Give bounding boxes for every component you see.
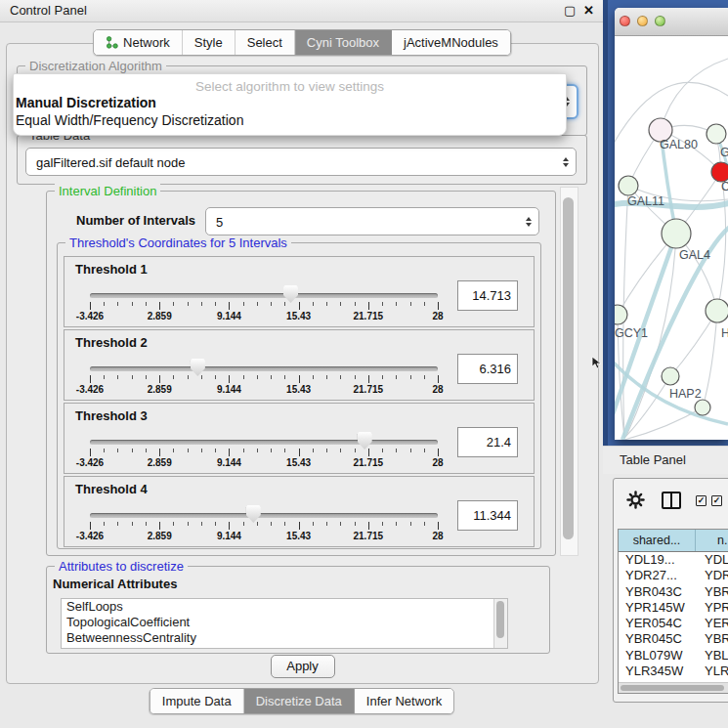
slider[interactable]: -3.4262.8599.14415.4321.71528 xyxy=(90,404,438,473)
tick-label: 9.144 xyxy=(217,531,241,541)
tick-label: -3.426 xyxy=(76,311,104,321)
attributes-group: Attributes to discretize Numerical Attri… xyxy=(46,566,550,654)
network-canvas[interactable]: GAL80GGAL11CGAL4GCY1HHAP2 xyxy=(615,35,728,440)
cell-shared-name: YLR345W xyxy=(619,664,696,679)
threshold-value-field[interactable]: 6.316 xyxy=(457,354,518,384)
slider-track[interactable] xyxy=(90,513,438,518)
tab-label: Infer Network xyxy=(366,689,442,713)
table-data-group: Table Data galFiltered.sif default node xyxy=(17,135,587,185)
cell-name: YER054C xyxy=(696,616,728,631)
network-node[interactable] xyxy=(662,367,679,385)
tick-label: 28 xyxy=(432,531,443,541)
tab-jactivemnodules[interactable]: jActiveMNodules xyxy=(392,30,510,55)
list-scrollbar[interactable] xyxy=(493,599,507,648)
network-node[interactable] xyxy=(615,305,627,324)
table-row[interactable]: YBR043CYBR043C xyxy=(619,584,728,600)
close-traffic-light[interactable] xyxy=(620,16,630,26)
slider[interactable]: -3.4262.8599.14415.4321.71528 xyxy=(90,477,438,546)
scrollbar-thumb[interactable] xyxy=(621,685,724,691)
scrollbar-thumb[interactable] xyxy=(496,601,504,638)
tick-label: 21.715 xyxy=(354,384,384,395)
table-row[interactable]: YER054CYER054C xyxy=(619,616,728,631)
numerical-attributes-list[interactable]: SelfLoopsTopologicalCoefficientBetweenne… xyxy=(61,598,508,649)
tick-label: 15.43 xyxy=(286,384,311,395)
tab-network[interactable]: Network xyxy=(94,30,183,55)
threshold-value-field[interactable]: 11.344 xyxy=(457,500,518,531)
network-desktop-background: GAL80GGAL11CGAL4GCY1HHAP2 xyxy=(603,0,728,446)
slider[interactable]: -3.4262.8599.14415.4321.71528 xyxy=(90,330,438,400)
cell-shared-name: YER054C xyxy=(619,616,696,631)
cell-name: YPR145W xyxy=(696,600,728,616)
number-of-intervals-combobox[interactable]: 5 xyxy=(205,207,539,236)
close-panel-icon[interactable]: ✕ xyxy=(583,3,594,18)
table-row[interactable]: YBL079WYBL079W xyxy=(619,648,728,664)
threshold-rows: Threshold 1-3.4262.8599.14415.4321.71528… xyxy=(64,256,535,549)
vertical-scrollbar[interactable] xyxy=(560,187,578,556)
node-label: G xyxy=(720,146,728,159)
tab-cyni-toolbox[interactable]: Cyni Toolbox xyxy=(295,30,392,55)
combo-stepper-icon xyxy=(526,217,532,227)
slider-track[interactable] xyxy=(90,293,438,298)
tick-label: 9.144 xyxy=(217,311,241,321)
tab-infer-network[interactable]: Infer Network xyxy=(355,689,453,713)
slider-ticks xyxy=(90,449,438,457)
tick-label: 9.144 xyxy=(217,457,241,468)
cell-shared-name: YPR145W xyxy=(619,600,696,616)
network-node[interactable] xyxy=(707,124,726,144)
slider-handle[interactable] xyxy=(283,285,298,303)
scrollbar-thumb[interactable] xyxy=(563,197,574,539)
table-row[interactable]: YDR27...YDR27... xyxy=(619,568,728,583)
tab-label: Select xyxy=(247,30,282,55)
tab-impute-data[interactable]: Impute Data xyxy=(150,689,244,713)
apply-button[interactable]: Apply xyxy=(271,655,335,678)
network-node[interactable] xyxy=(619,176,638,195)
slider-ticks xyxy=(90,302,438,311)
network-node[interactable] xyxy=(706,299,728,322)
cell-name: YBR043C xyxy=(696,584,728,600)
slider-tick-labels: -3.4262.8599.14415.4321.71528 xyxy=(90,457,438,469)
slider-handle[interactable] xyxy=(246,505,261,523)
tick-label: 2.859 xyxy=(148,384,172,395)
control-panel-titlebar: Control Panel ▢ ✕ xyxy=(0,0,604,22)
attribute-item-betweennesscentrality[interactable]: BetweennessCentrality xyxy=(62,630,507,646)
tick-label: 21.715 xyxy=(354,531,384,541)
slider-handle[interactable] xyxy=(358,432,372,450)
table-row[interactable]: YLR345WYLR345W xyxy=(619,664,728,679)
popup-option-manual-discretization[interactable]: Manual Discretization xyxy=(14,94,566,111)
slider-ticks xyxy=(90,375,438,384)
minimize-traffic-light[interactable] xyxy=(637,16,648,26)
node-label: GAL80 xyxy=(660,138,698,151)
gear-icon[interactable] xyxy=(626,491,645,509)
checkbox-icon[interactable]: ✓ xyxy=(696,495,707,506)
tick-label: 28 xyxy=(432,384,443,395)
tab-select[interactable]: Select xyxy=(236,30,295,55)
column-header-shared[interactable]: shared... xyxy=(619,530,696,551)
node-label: H xyxy=(721,326,728,340)
network-node[interactable] xyxy=(695,400,710,415)
attribute-item-topologicalcoefficient[interactable]: TopologicalCoefficient xyxy=(62,615,507,630)
tab-discretize-data[interactable]: Discretize Data xyxy=(244,689,355,713)
slider-track[interactable] xyxy=(90,440,438,445)
checkbox-icon[interactable]: ✓ xyxy=(711,495,722,506)
threshold-value-field[interactable]: 21.4 xyxy=(457,427,518,457)
zoom-traffic-light[interactable] xyxy=(655,16,665,26)
table-row[interactable]: YBR045CYBR045C xyxy=(619,631,728,647)
table-row[interactable]: YPR145WYPR145W xyxy=(619,600,728,616)
thresholds-group: Threshold's Coordinates for 5 Intervals … xyxy=(57,242,541,549)
threshold-value-field[interactable]: 14.713 xyxy=(457,280,518,311)
split-columns-icon[interactable] xyxy=(662,492,681,509)
float-panel-icon[interactable]: ▢ xyxy=(564,3,576,18)
popup-option-equal-width-frequency-discretization[interactable]: Equal Width/Frequency Discretization xyxy=(14,111,566,129)
slider[interactable]: -3.4262.8599.14415.4321.71528 xyxy=(90,257,438,326)
slider-handle[interactable] xyxy=(191,359,205,376)
network-node[interactable] xyxy=(662,219,691,248)
horizontal-scrollbar[interactable] xyxy=(619,682,728,693)
network-node[interactable] xyxy=(711,162,728,182)
table-row[interactable]: YDL19...YDL19... xyxy=(619,552,728,568)
group-title: Threshold's Coordinates for 5 Intervals xyxy=(65,236,291,250)
slider-track[interactable] xyxy=(90,366,438,371)
tab-style[interactable]: Style xyxy=(183,30,236,55)
attribute-item-selfloops[interactable]: SelfLoops xyxy=(62,599,507,615)
table-data-combobox[interactable]: galFiltered.sif default node xyxy=(25,148,577,176)
column-header-n[interactable]: n... xyxy=(696,530,728,551)
